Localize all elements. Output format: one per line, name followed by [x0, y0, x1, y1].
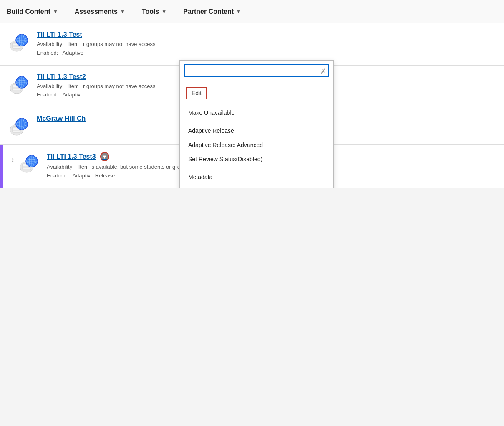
- context-menu-make-unavailable[interactable]: Make Unavailable: [180, 106, 333, 120]
- build-content-menu[interactable]: Build Content ▼: [7, 8, 58, 15]
- search-clear-icon[interactable]: ✗: [320, 67, 326, 75]
- context-menu-section-adaptive: Adaptive Release Adaptive Release: Advan…: [180, 122, 333, 168]
- partner-content-chevron-icon: ▼: [236, 9, 241, 15]
- tools-chevron-icon: ▼: [161, 9, 166, 15]
- context-menu-search-input[interactable]: [184, 64, 329, 77]
- enabled-text-2: Adaptive: [62, 91, 83, 98]
- partner-content-label: Partner Content: [183, 8, 234, 15]
- item-title-3[interactable]: McGraw Hill Ch: [37, 115, 86, 122]
- enabled-text-1: Adaptive: [62, 50, 83, 56]
- assessments-label: Assessments: [75, 8, 118, 15]
- context-menu-set-review-status[interactable]: Set Review Status(Disabled): [180, 152, 333, 166]
- context-menu-adaptive-release-advanced[interactable]: Adaptive Release: Advanced: [180, 138, 333, 152]
- context-menu-metadata[interactable]: Metadata: [180, 170, 333, 184]
- availability-label-4: Availability:: [47, 164, 74, 170]
- item-content-1: TII LTI 1.3 Test Availability: Item i r …: [37, 31, 496, 58]
- enabled-text-4: Adaptive Release: [72, 172, 115, 179]
- availability-label-2: Availability:: [37, 83, 64, 89]
- tools-label: Tools: [142, 8, 159, 15]
- item-title-2[interactable]: TII LTI 1.3 Test2: [37, 73, 86, 81]
- content-area: TII LTI 1.3 Test Availability: Item i r …: [0, 23, 504, 188]
- build-content-label: Build Content: [7, 8, 50, 15]
- item-icon-2: [8, 73, 30, 95]
- item-dropdown-chevron-4[interactable]: ▼: [100, 152, 109, 161]
- toolbar: Build Content ▼ Assessments ▼ Tools ▼ Pa…: [0, 0, 504, 23]
- availability-label-1: Availability:: [37, 41, 64, 47]
- enabled-label-1: Enabled:: [37, 50, 58, 56]
- build-content-chevron-icon: ▼: [53, 9, 58, 15]
- enabled-label-2: Enabled:: [37, 91, 58, 98]
- item-icon-1: [8, 31, 30, 53]
- item-icon-3: [8, 115, 30, 137]
- availability-suffix-1: r groups may not have access.: [83, 41, 157, 47]
- partner-content-menu[interactable]: Partner Content ▼: [183, 8, 241, 15]
- item-meta-1: Availability: Item i r groups may not ha…: [37, 40, 496, 58]
- assessments-menu[interactable]: Assessments ▼: [75, 8, 125, 15]
- context-menu-section-edit: Edit: [180, 81, 333, 104]
- context-menu-statistics-tracking[interactable]: Statistics Tracking (On/Off): [180, 184, 333, 188]
- tools-menu[interactable]: Tools ▼: [142, 8, 166, 15]
- context-menu-adaptive-release[interactable]: Adaptive Release: [180, 124, 333, 138]
- availability-suffix-2: r groups may not have access.: [83, 83, 157, 89]
- context-menu-section-availability: Make Unavailable: [180, 104, 333, 122]
- content-item-1: TII LTI 1.3 Test Availability: Item i r …: [0, 23, 504, 66]
- item-title-4[interactable]: TII LTI 1.3 Test3 ▼: [47, 152, 109, 161]
- context-menu-edit[interactable]: Edit: [186, 87, 207, 99]
- context-menu-section-metadata: Metadata Statistics Tracking (On/Off) Us…: [180, 168, 333, 188]
- item-icon-4: [18, 152, 40, 174]
- availability-text-2: Item i: [68, 83, 82, 89]
- drag-handle-4[interactable]: ↕: [11, 152, 14, 164]
- context-menu: ✗ Edit Make Unavailable Adaptive Release…: [179, 60, 334, 188]
- assessments-chevron-icon: ▼: [120, 9, 125, 15]
- context-menu-search-section: ✗: [180, 61, 333, 81]
- enabled-label-4: Enabled:: [47, 172, 68, 179]
- availability-text-1: Item i: [68, 41, 82, 47]
- item-title-1[interactable]: TII LTI 1.3 Test: [37, 31, 82, 38]
